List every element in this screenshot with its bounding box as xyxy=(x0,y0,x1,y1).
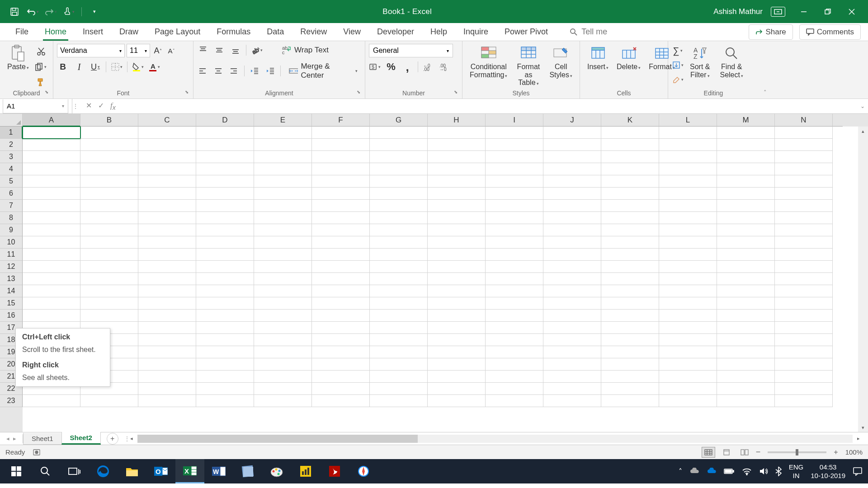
cell[interactable] xyxy=(543,224,601,236)
cell[interactable] xyxy=(543,334,601,346)
cell[interactable] xyxy=(601,297,659,310)
cell[interactable] xyxy=(543,383,601,395)
cell[interactable] xyxy=(138,200,196,212)
cell[interactable] xyxy=(428,395,486,407)
cell[interactable] xyxy=(543,249,601,261)
cell[interactable] xyxy=(254,127,312,139)
cell[interactable] xyxy=(543,322,601,334)
cell[interactable] xyxy=(370,200,428,212)
cancel-formula-button[interactable]: ✕ xyxy=(86,101,92,111)
cell[interactable] xyxy=(312,175,370,188)
row-header[interactable]: 14 xyxy=(0,285,23,297)
cell[interactable] xyxy=(370,163,428,175)
file-explorer-icon[interactable] xyxy=(118,459,146,483)
cell[interactable] xyxy=(486,322,543,334)
cell[interactable] xyxy=(659,127,717,139)
wifi-icon[interactable] xyxy=(742,467,752,475)
zoom-level[interactable]: 100% xyxy=(845,448,863,456)
macro-record-icon[interactable] xyxy=(33,449,42,456)
clear-button[interactable] xyxy=(672,74,684,85)
cell[interactable] xyxy=(428,358,486,371)
cell[interactable] xyxy=(138,395,196,407)
cell[interactable] xyxy=(775,395,833,407)
maximize-button[interactable] xyxy=(817,5,838,19)
cell[interactable] xyxy=(23,188,80,200)
cell[interactable] xyxy=(370,212,428,224)
cell[interactable] xyxy=(659,310,717,322)
tell-me-search[interactable]: Tell me xyxy=(570,27,607,37)
cell[interactable] xyxy=(370,371,428,383)
tab-data[interactable]: Data xyxy=(259,23,292,40)
cell[interactable] xyxy=(370,127,428,139)
cell[interactable] xyxy=(254,139,312,151)
cell[interactable] xyxy=(428,175,486,188)
cell[interactable] xyxy=(775,297,833,310)
tab-help[interactable]: Help xyxy=(422,23,455,40)
font-size-select[interactable]: 11▾ xyxy=(127,44,150,57)
merge-center-button[interactable]: Merge & Center xyxy=(285,60,361,82)
cell[interactable] xyxy=(601,334,659,346)
collapse-ribbon-button[interactable]: ˄ xyxy=(759,41,771,99)
cell[interactable] xyxy=(370,310,428,322)
cell[interactable] xyxy=(23,310,80,322)
cell[interactable] xyxy=(717,249,775,261)
cell[interactable] xyxy=(717,371,775,383)
zoom-out-button[interactable]: − xyxy=(756,447,761,457)
scroll-up-button[interactable]: ▴ xyxy=(858,127,868,136)
tab-insert[interactable]: Insert xyxy=(75,23,111,40)
cell[interactable] xyxy=(601,212,659,224)
cell[interactable] xyxy=(138,297,196,310)
row-header[interactable]: 23 xyxy=(0,395,23,407)
bluetooth-icon[interactable] xyxy=(775,466,782,476)
cell[interactable] xyxy=(254,236,312,249)
align-left-button[interactable] xyxy=(197,65,208,77)
cell[interactable] xyxy=(717,175,775,188)
cell[interactable] xyxy=(486,358,543,371)
alignment-launcher[interactable]: ⬊ xyxy=(357,89,360,94)
increase-font-button[interactable]: A˄ xyxy=(152,45,164,56)
cell[interactable] xyxy=(775,249,833,261)
cell[interactable] xyxy=(775,127,833,139)
page-break-view-button[interactable] xyxy=(738,447,751,458)
number-format-select[interactable]: General▾ xyxy=(369,44,453,57)
cell[interactable] xyxy=(428,127,486,139)
formula-input[interactable] xyxy=(124,99,857,113)
comma-button[interactable]: , xyxy=(401,61,413,73)
cell[interactable] xyxy=(543,297,601,310)
touch-mode-button[interactable] xyxy=(62,5,75,18)
cell[interactable] xyxy=(659,163,717,175)
col-header-H[interactable]: H xyxy=(428,114,486,127)
cell[interactable] xyxy=(775,346,833,358)
cell[interactable] xyxy=(80,249,138,261)
cell[interactable] xyxy=(601,285,659,297)
cell[interactable] xyxy=(775,285,833,297)
cell[interactable] xyxy=(196,371,254,383)
cell[interactable] xyxy=(601,139,659,151)
percent-button[interactable]: % xyxy=(385,61,397,73)
cell[interactable] xyxy=(428,310,486,322)
cell[interactable] xyxy=(428,261,486,273)
cell[interactable] xyxy=(312,151,370,163)
row-header[interactable]: 1 xyxy=(0,127,23,139)
cell[interactable] xyxy=(543,151,601,163)
safari-icon[interactable] xyxy=(349,459,378,483)
cell[interactable] xyxy=(601,163,659,175)
row-header[interactable]: 9 xyxy=(0,224,23,236)
bold-button[interactable]: B xyxy=(57,61,69,73)
cell[interactable] xyxy=(428,163,486,175)
page-layout-view-button[interactable] xyxy=(720,447,733,458)
conditional-formatting-button[interactable]: ConditionalFormatting xyxy=(466,44,511,80)
cell[interactable] xyxy=(775,322,833,334)
align-middle-button[interactable] xyxy=(213,44,225,56)
undo-button[interactable] xyxy=(26,5,39,18)
format-painter-button[interactable] xyxy=(35,76,47,88)
cell[interactable] xyxy=(775,273,833,285)
cell[interactable] xyxy=(486,127,543,139)
decrease-indent-button[interactable] xyxy=(249,65,260,77)
col-header-D[interactable]: D xyxy=(196,114,254,127)
volume-icon[interactable] xyxy=(759,467,768,475)
cell[interactable] xyxy=(543,261,601,273)
cell[interactable] xyxy=(23,151,80,163)
font-name-select[interactable]: Verdana▾ xyxy=(57,44,125,57)
cell[interactable] xyxy=(80,163,138,175)
